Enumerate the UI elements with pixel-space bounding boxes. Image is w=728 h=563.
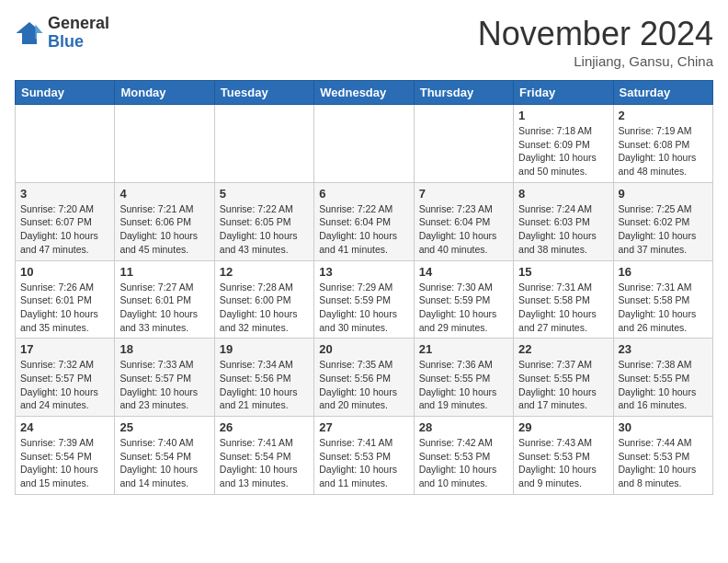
calendar-cell xyxy=(214,105,313,183)
day-info: Sunrise: 7:18 AM Sunset: 6:09 PM Dayligh… xyxy=(518,124,608,178)
calendar-cell: 11Sunrise: 7:27 AM Sunset: 6:01 PM Dayli… xyxy=(115,260,214,339)
calendar-cell: 22Sunrise: 7:37 AM Sunset: 5:55 PM Dayli… xyxy=(514,339,613,417)
weekday-header-monday: Monday xyxy=(115,81,214,105)
calendar-cell: 12Sunrise: 7:28 AM Sunset: 6:00 PM Dayli… xyxy=(214,260,313,339)
calendar-cell: 2Sunrise: 7:19 AM Sunset: 6:08 PM Daylig… xyxy=(613,105,712,183)
calendar-cell: 4Sunrise: 7:21 AM Sunset: 6:06 PM Daylig… xyxy=(115,182,214,260)
month-title: November 2024 xyxy=(478,15,713,53)
day-info: Sunrise: 7:30 AM Sunset: 5:59 PM Dayligh… xyxy=(419,281,508,335)
day-number: 24 xyxy=(20,420,109,434)
calendar-cell: 16Sunrise: 7:31 AM Sunset: 5:58 PM Dayli… xyxy=(613,260,712,339)
page-header: General Blue November 2024 Linjiang, Gan… xyxy=(15,15,713,69)
logo-blue-text: Blue xyxy=(48,33,109,52)
calendar-cell: 15Sunrise: 7:31 AM Sunset: 5:58 PM Dayli… xyxy=(514,260,613,339)
weekday-header-friday: Friday xyxy=(514,81,613,105)
day-number: 12 xyxy=(220,265,309,279)
day-info: Sunrise: 7:43 AM Sunset: 5:53 PM Dayligh… xyxy=(518,436,608,490)
calendar-cell: 14Sunrise: 7:30 AM Sunset: 5:59 PM Dayli… xyxy=(414,260,513,339)
calendar-cell: 25Sunrise: 7:40 AM Sunset: 5:54 PM Dayli… xyxy=(115,417,214,495)
calendar-cell: 9Sunrise: 7:25 AM Sunset: 6:02 PM Daylig… xyxy=(613,182,712,260)
day-number: 16 xyxy=(619,265,708,279)
day-number: 2 xyxy=(619,109,708,122)
calendar-cell: 5Sunrise: 7:22 AM Sunset: 6:05 PM Daylig… xyxy=(214,182,313,260)
day-number: 15 xyxy=(518,265,608,279)
day-number: 6 xyxy=(319,187,408,201)
day-number: 13 xyxy=(319,265,408,279)
calendar-cell: 3Sunrise: 7:20 AM Sunset: 6:07 PM Daylig… xyxy=(16,182,115,260)
day-info: Sunrise: 7:40 AM Sunset: 5:54 PM Dayligh… xyxy=(119,436,209,490)
day-info: Sunrise: 7:42 AM Sunset: 5:53 PM Dayligh… xyxy=(419,436,508,490)
day-number: 5 xyxy=(220,187,309,201)
day-info: Sunrise: 7:26 AM Sunset: 6:01 PM Dayligh… xyxy=(20,281,109,335)
day-info: Sunrise: 7:25 AM Sunset: 6:02 PM Dayligh… xyxy=(619,202,708,257)
calendar-cell: 24Sunrise: 7:39 AM Sunset: 5:54 PM Dayli… xyxy=(16,417,115,495)
week-row-1: 1Sunrise: 7:18 AM Sunset: 6:09 PM Daylig… xyxy=(16,105,713,183)
calendar-cell xyxy=(414,105,513,183)
day-info: Sunrise: 7:20 AM Sunset: 6:07 PM Dayligh… xyxy=(20,202,109,257)
calendar-cell: 20Sunrise: 7:35 AM Sunset: 5:56 PM Dayli… xyxy=(314,339,414,417)
week-row-5: 24Sunrise: 7:39 AM Sunset: 5:54 PM Dayli… xyxy=(16,417,713,495)
day-number: 18 xyxy=(119,342,209,356)
weekday-header-row: SundayMondayTuesdayWednesdayThursdayFrid… xyxy=(16,81,713,105)
calendar-cell: 7Sunrise: 7:23 AM Sunset: 6:04 PM Daylig… xyxy=(414,182,513,260)
calendar-cell: 10Sunrise: 7:26 AM Sunset: 6:01 PM Dayli… xyxy=(16,260,115,339)
week-row-4: 17Sunrise: 7:32 AM Sunset: 5:57 PM Dayli… xyxy=(16,339,713,417)
day-info: Sunrise: 7:19 AM Sunset: 6:08 PM Dayligh… xyxy=(619,124,708,178)
day-info: Sunrise: 7:44 AM Sunset: 5:53 PM Dayligh… xyxy=(619,436,708,490)
day-info: Sunrise: 7:21 AM Sunset: 6:06 PM Dayligh… xyxy=(119,202,209,257)
day-number: 9 xyxy=(619,187,708,201)
weekday-header-thursday: Thursday xyxy=(414,81,513,105)
day-info: Sunrise: 7:34 AM Sunset: 5:56 PM Dayligh… xyxy=(220,358,309,412)
day-number: 30 xyxy=(619,420,708,434)
day-info: Sunrise: 7:41 AM Sunset: 5:54 PM Dayligh… xyxy=(220,436,309,490)
calendar-cell: 27Sunrise: 7:41 AM Sunset: 5:53 PM Dayli… xyxy=(314,417,414,495)
day-info: Sunrise: 7:32 AM Sunset: 5:57 PM Dayligh… xyxy=(20,358,109,412)
day-info: Sunrise: 7:22 AM Sunset: 6:05 PM Dayligh… xyxy=(220,202,309,257)
day-info: Sunrise: 7:27 AM Sunset: 6:01 PM Dayligh… xyxy=(119,281,209,335)
day-info: Sunrise: 7:38 AM Sunset: 5:55 PM Dayligh… xyxy=(619,358,708,412)
calendar-cell: 29Sunrise: 7:43 AM Sunset: 5:53 PM Dayli… xyxy=(514,417,613,495)
day-info: Sunrise: 7:36 AM Sunset: 5:55 PM Dayligh… xyxy=(419,358,508,412)
logo: General Blue xyxy=(15,15,109,52)
weekday-header-saturday: Saturday xyxy=(613,81,712,105)
day-number: 3 xyxy=(20,187,109,201)
weekday-header-sunday: Sunday xyxy=(16,81,115,105)
location: Linjiang, Gansu, China xyxy=(478,53,713,69)
day-number: 27 xyxy=(319,420,408,434)
logo-icon xyxy=(15,18,44,48)
day-number: 28 xyxy=(419,420,508,434)
week-row-3: 10Sunrise: 7:26 AM Sunset: 6:01 PM Dayli… xyxy=(16,260,713,339)
calendar-cell: 8Sunrise: 7:24 AM Sunset: 6:03 PM Daylig… xyxy=(514,182,613,260)
calendar-cell: 17Sunrise: 7:32 AM Sunset: 5:57 PM Dayli… xyxy=(16,339,115,417)
calendar-cell xyxy=(314,105,414,183)
calendar-cell: 19Sunrise: 7:34 AM Sunset: 5:56 PM Dayli… xyxy=(214,339,313,417)
calendar-cell: 26Sunrise: 7:41 AM Sunset: 5:54 PM Dayli… xyxy=(214,417,313,495)
week-row-2: 3Sunrise: 7:20 AM Sunset: 6:07 PM Daylig… xyxy=(16,182,713,260)
day-info: Sunrise: 7:39 AM Sunset: 5:54 PM Dayligh… xyxy=(20,436,109,490)
day-info: Sunrise: 7:29 AM Sunset: 5:59 PM Dayligh… xyxy=(319,281,408,335)
calendar-cell xyxy=(115,105,214,183)
calendar-cell xyxy=(16,105,115,183)
day-number: 25 xyxy=(119,420,209,434)
day-info: Sunrise: 7:41 AM Sunset: 5:53 PM Dayligh… xyxy=(319,436,408,490)
day-number: 19 xyxy=(220,342,309,356)
day-number: 10 xyxy=(20,265,109,279)
day-number: 21 xyxy=(419,342,508,356)
day-number: 17 xyxy=(20,342,109,356)
weekday-header-wednesday: Wednesday xyxy=(314,81,414,105)
day-info: Sunrise: 7:33 AM Sunset: 5:57 PM Dayligh… xyxy=(119,358,209,412)
day-info: Sunrise: 7:22 AM Sunset: 6:04 PM Dayligh… xyxy=(319,202,408,257)
day-info: Sunrise: 7:28 AM Sunset: 6:00 PM Dayligh… xyxy=(220,281,309,335)
calendar-cell: 13Sunrise: 7:29 AM Sunset: 5:59 PM Dayli… xyxy=(314,260,414,339)
calendar-cell: 28Sunrise: 7:42 AM Sunset: 5:53 PM Dayli… xyxy=(414,417,513,495)
day-number: 7 xyxy=(419,187,508,201)
calendar-table: SundayMondayTuesdayWednesdayThursdayFrid… xyxy=(15,80,713,495)
logo-general-text: General xyxy=(48,15,109,33)
svg-marker-1 xyxy=(35,24,42,39)
calendar-cell: 23Sunrise: 7:38 AM Sunset: 5:55 PM Dayli… xyxy=(613,339,712,417)
day-info: Sunrise: 7:35 AM Sunset: 5:56 PM Dayligh… xyxy=(319,358,408,412)
calendar-cell: 1Sunrise: 7:18 AM Sunset: 6:09 PM Daylig… xyxy=(514,105,613,183)
day-info: Sunrise: 7:23 AM Sunset: 6:04 PM Dayligh… xyxy=(419,202,508,257)
day-number: 14 xyxy=(419,265,508,279)
day-number: 23 xyxy=(619,342,708,356)
